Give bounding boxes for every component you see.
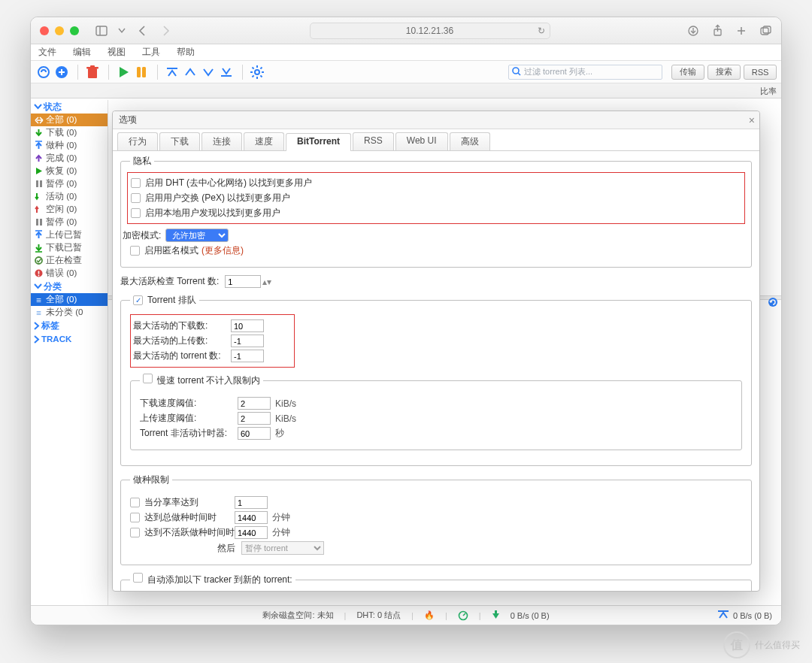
- close-icon[interactable]: ×: [749, 114, 755, 126]
- input-max-dl[interactable]: [231, 319, 264, 332]
- dialog-tab[interactable]: Web UI: [395, 132, 448, 150]
- menu-edit[interactable]: 编辑: [70, 46, 94, 59]
- sidebar-item-status[interactable]: 上传已暂: [31, 229, 108, 241]
- settings-icon[interactable]: [249, 64, 265, 80]
- menu-file[interactable]: 文件: [35, 46, 59, 59]
- dialog-tab[interactable]: 高级: [450, 132, 490, 150]
- menu-tools[interactable]: 工具: [139, 46, 163, 59]
- sidebar-item-status[interactable]: 下载 (0): [31, 126, 108, 139]
- tab-rss[interactable]: RSS: [744, 65, 777, 80]
- maximize-window-icon[interactable]: [70, 26, 79, 35]
- svg-point-39: [35, 257, 42, 264]
- sidebar-section-trackers[interactable]: TRACK: [31, 332, 108, 346]
- select-encryption[interactable]: 允许加密: [165, 229, 229, 242]
- input-slow-timer[interactable]: [238, 427, 271, 440]
- sidebar-item-status[interactable]: 下载已暂: [31, 241, 108, 254]
- sidebar-item-status[interactable]: 空闲 (0): [31, 203, 108, 216]
- sidebar-section-category[interactable]: 分类: [31, 280, 108, 293]
- menu-view[interactable]: 视图: [105, 46, 129, 59]
- filter-input[interactable]: 过滤 torrent 列表...: [508, 65, 662, 80]
- svg-line-25: [253, 67, 254, 68]
- sidebar-toggle-icon[interactable]: [95, 23, 108, 39]
- move-down-icon[interactable]: [200, 64, 217, 80]
- reload-icon[interactable]: ↻: [538, 26, 545, 36]
- sidebar-item-status[interactable]: 错误 (0): [31, 267, 108, 280]
- sidebar-item-cat-all[interactable]: ≡全部 (0): [31, 293, 108, 306]
- input-max-ul[interactable]: [231, 335, 264, 347]
- checkbox-anon[interactable]: [130, 246, 140, 256]
- input-slow-ul[interactable]: [238, 412, 271, 425]
- share-icon[interactable]: [710, 23, 724, 39]
- dialog-tab[interactable]: RSS: [353, 132, 394, 150]
- checkbox-seed-time[interactable]: [130, 513, 140, 522]
- checkbox-pex[interactable]: [131, 193, 141, 203]
- svg-point-43: [768, 298, 777, 307]
- input-max-check[interactable]: [225, 275, 261, 288]
- download-arrow-icon: [492, 610, 500, 621]
- tabs-overview-icon[interactable]: [759, 23, 772, 39]
- menu-help[interactable]: 帮助: [174, 46, 198, 59]
- chevron-down-icon[interactable]: [119, 23, 125, 39]
- add-torrent-icon[interactable]: [53, 64, 70, 80]
- move-up-icon[interactable]: [182, 64, 198, 80]
- resume-icon[interactable]: [115, 64, 132, 80]
- add-link-icon[interactable]: [35, 64, 52, 80]
- svg-rect-17: [142, 67, 146, 77]
- tab-transfers[interactable]: 传输: [671, 65, 704, 80]
- close-window-icon[interactable]: [40, 26, 49, 35]
- checkbox-dht[interactable]: [131, 178, 141, 188]
- dialog-header: 选项 ×: [113, 111, 759, 129]
- download-icon[interactable]: [686, 23, 700, 39]
- svg-line-27: [260, 67, 262, 68]
- checkbox-auto-tracker[interactable]: [133, 573, 143, 583]
- pause-icon[interactable]: [133, 64, 150, 80]
- dialog-tab[interactable]: 下载: [159, 132, 200, 150]
- sidebar-item-cat-none[interactable]: ≡未分类 (0: [31, 306, 108, 319]
- forward-icon[interactable]: [159, 23, 173, 39]
- checkbox-slow[interactable]: [143, 374, 153, 383]
- highlight-queue: 最大活动的下载数: 最大活动的上传数: 最大活动的 torrent 数:: [130, 314, 295, 368]
- alt-speed-icon[interactable]: [458, 610, 468, 622]
- input-seed-time[interactable]: [235, 511, 268, 524]
- sidebar-item-status[interactable]: 暂停 (0): [31, 177, 108, 190]
- move-bottom-icon[interactable]: [218, 64, 235, 80]
- sidebar-section-tags[interactable]: 标签: [31, 319, 108, 332]
- back-icon[interactable]: [135, 23, 149, 39]
- checkbox-queue[interactable]: [133, 295, 143, 305]
- more-info-link[interactable]: (更多信息): [201, 244, 244, 257]
- sidebar-item-status[interactable]: 暂停 (0): [31, 216, 108, 229]
- sidebar-item-status[interactable]: 正在检查: [31, 254, 108, 267]
- svg-rect-12: [88, 68, 97, 78]
- delete-icon[interactable]: [84, 64, 101, 80]
- sidebar-item-status[interactable]: 做种 (0): [31, 139, 108, 152]
- sidebar-item-status[interactable]: 活动 (0): [31, 190, 108, 203]
- toolbar-divider: [108, 65, 109, 80]
- sidebar-section-status[interactable]: 状态: [31, 100, 108, 114]
- fieldset-privacy: 隐私 启用 DHT (去中心化网络) 以找到更多用户 启用用户交换 (PeX) …: [120, 155, 752, 268]
- dialog-tab[interactable]: 连接: [201, 132, 242, 150]
- sidebar-item-status[interactable]: 全部 (0): [31, 114, 108, 126]
- address-bar[interactable]: 10.12.21.36 ↻: [310, 23, 550, 39]
- input-seed-inactive[interactable]: [235, 526, 268, 539]
- svg-rect-47: [495, 610, 497, 614]
- sidebar: 状态 全部 (0)下载 (0)做种 (0)完成 (0)恢复 (0)暂停 (0)活…: [31, 100, 108, 605]
- checkbox-lsd[interactable]: [131, 208, 141, 218]
- input-max-torrent[interactable]: [231, 350, 264, 362]
- new-tab-icon[interactable]: [735, 23, 748, 39]
- sync-icon[interactable]: [768, 297, 778, 310]
- sidebar-item-status[interactable]: 完成 (0): [31, 152, 108, 165]
- status-icon: [34, 129, 44, 137]
- dialog-tab[interactable]: 速度: [244, 132, 284, 150]
- checkbox-seed-inactive[interactable]: [130, 528, 140, 537]
- select-seed-action[interactable]: 暂停 torrent: [241, 541, 324, 555]
- sidebar-item-status[interactable]: 恢复 (0): [31, 165, 108, 177]
- dialog-tab[interactable]: 行为: [117, 132, 158, 150]
- minimize-window-icon[interactable]: [55, 26, 64, 35]
- input-seed-ratio[interactable]: [235, 496, 268, 509]
- tab-search[interactable]: 搜索: [707, 65, 741, 80]
- legend-privacy: 隐私: [130, 155, 154, 168]
- fieldset-tracker: 自动添加以下 tracker 到新的 torrent:: [120, 573, 752, 591]
- checkbox-seed-ratio[interactable]: [130, 498, 140, 507]
- move-top-icon[interactable]: [164, 64, 180, 80]
- input-slow-dl[interactable]: [238, 397, 271, 410]
